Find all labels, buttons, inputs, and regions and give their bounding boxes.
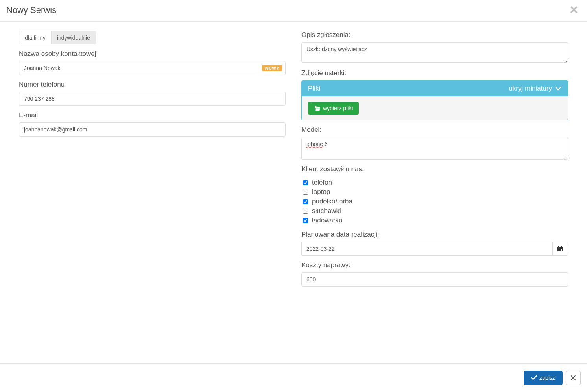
check-icon: [531, 375, 537, 380]
modal-title: Nowy Serwis: [6, 5, 56, 15]
choose-files-label: wybierz pliki: [323, 105, 353, 111]
calendar-icon: [557, 246, 563, 252]
file-panel: Pliki ukryj miniatury: [301, 80, 568, 120]
left-items-checklist: telefonlaptoppudełko/torbasłuchawkiładow…: [301, 176, 568, 225]
checklist-checkbox-2[interactable]: [303, 199, 308, 204]
left-items-label: Klient zostawił u nas:: [301, 165, 568, 173]
checklist-checkbox-0[interactable]: [303, 180, 308, 185]
checklist-label: ładowarka: [312, 216, 343, 224]
checklist-item: laptop: [303, 187, 568, 197]
svg-rect-2: [561, 246, 562, 248]
toggle-thumbnails[interactable]: ukryj miniatury: [509, 85, 561, 92]
planned-date-label: Planowana data realizacji:: [301, 231, 568, 239]
cost-label: Koszty naprawy:: [301, 261, 568, 269]
cost-input[interactable]: [301, 272, 568, 287]
description-input[interactable]: [301, 42, 568, 63]
model-label: Model:: [301, 126, 568, 134]
checklist-label: słuchawki: [312, 207, 341, 215]
email-label: E-mail: [19, 111, 286, 119]
tab-company[interactable]: dla firmy: [19, 31, 51, 44]
checklist-item: ładowarka: [303, 216, 568, 225]
email-input[interactable]: [19, 122, 286, 137]
file-panel-title: Pliki: [308, 85, 320, 92]
cancel-button[interactable]: [566, 371, 581, 385]
close-icon[interactable]: ✕: [567, 5, 581, 16]
checklist-label: telefon: [312, 179, 332, 187]
choose-files-button[interactable]: wybierz pliki: [308, 102, 359, 115]
checklist-item: pudełko/torba: [303, 197, 568, 206]
close-icon: [571, 375, 576, 380]
checklist-checkbox-4[interactable]: [303, 218, 308, 223]
svg-rect-3: [557, 248, 563, 248]
model-text-rest: 6: [323, 141, 328, 147]
new-badge: NOWY: [262, 65, 282, 71]
tab-individual[interactable]: indywidualnie: [51, 31, 96, 44]
model-input[interactable]: iphone 6: [301, 137, 568, 160]
chevron-down-icon: [555, 87, 561, 91]
phone-label: Numer telefonu: [19, 81, 286, 89]
folder-open-icon: [314, 106, 321, 111]
save-button-label: zapisz: [539, 375, 555, 381]
date-picker-button[interactable]: [552, 242, 568, 256]
save-button[interactable]: zapisz: [524, 371, 563, 385]
svg-rect-1: [558, 246, 559, 248]
planned-date-input[interactable]: [301, 242, 552, 256]
checklist-label: laptop: [312, 188, 330, 196]
checklist-checkbox-3[interactable]: [303, 209, 308, 214]
contact-name-label: Nazwa osoby kontaktowej: [19, 50, 286, 58]
checklist-checkbox-1[interactable]: [303, 190, 308, 195]
svg-rect-4: [561, 249, 562, 251]
checklist-item: telefon: [303, 178, 568, 187]
description-label: Opis zgłoszenia:: [301, 31, 568, 39]
model-text-misspelled: iphone: [306, 141, 323, 147]
checklist-label: pudełko/torba: [312, 198, 353, 205]
checklist-item: słuchawki: [303, 206, 568, 216]
photo-label: Zdjęcie usterki:: [301, 69, 568, 77]
contact-name-input[interactable]: [19, 61, 286, 75]
phone-input[interactable]: [19, 92, 286, 106]
toggle-thumbnails-label: ukryj miniatury: [509, 85, 552, 92]
customer-type-tabs: dla firmy indywidualnie: [19, 31, 96, 44]
